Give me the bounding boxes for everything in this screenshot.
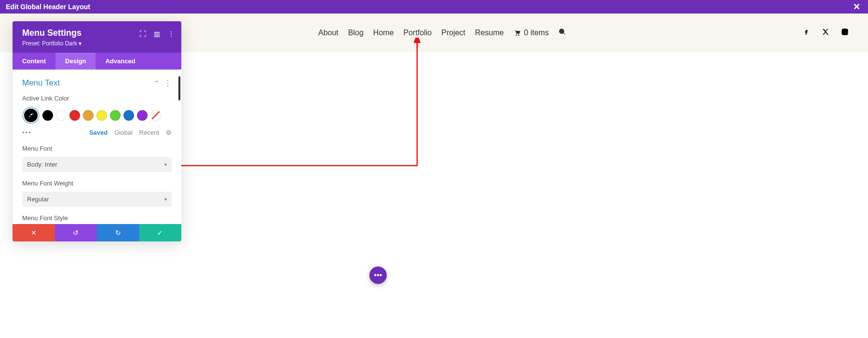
select-caret-icon: ▾: [164, 162, 167, 167]
svg-line-1: [563, 33, 565, 34]
swatch-black[interactable]: [42, 110, 53, 121]
scrollbar[interactable]: [178, 76, 180, 100]
nav-menu: About Blog Home Portfolio Project Resume…: [318, 28, 566, 38]
grid-icon[interactable]: ▥: [154, 30, 160, 38]
menu-font-value: Body: Inter: [27, 161, 164, 168]
palette-recent[interactable]: Recent: [139, 129, 159, 136]
social-icons: [802, 28, 849, 38]
swatch-none[interactable]: [150, 110, 161, 121]
eyedropper-icon: [27, 112, 34, 119]
menu-font-select[interactable]: Body: Inter ▾: [22, 157, 172, 172]
palette-tabs: ••• Saved Global Recent ⚙: [22, 129, 172, 136]
redo-button[interactable]: ↻: [97, 224, 139, 241]
svg-point-4: [846, 30, 847, 30]
color-swatches: [22, 107, 172, 124]
svg-point-3: [843, 30, 846, 33]
svg-point-0: [559, 29, 564, 33]
topbar-title: Edit Global Header Layout: [6, 3, 851, 11]
palette-saved[interactable]: Saved: [89, 129, 108, 136]
palette-global[interactable]: Global: [114, 129, 133, 136]
nav-item-resume[interactable]: Resume: [475, 28, 504, 37]
cart-label: 0 items: [524, 28, 549, 37]
chevron-up-icon[interactable]: ⌃: [154, 80, 159, 86]
swatch-green[interactable]: [110, 110, 121, 121]
instagram-icon[interactable]: [841, 28, 849, 38]
annotation-arrow: [164, 38, 424, 173]
undo-button[interactable]: ↺: [55, 224, 97, 241]
edit-header-topbar: Edit Global Header Layout ✕: [0, 0, 868, 14]
more-icon[interactable]: ⋮: [168, 30, 175, 38]
tab-design[interactable]: Design: [55, 53, 95, 70]
menu-font-weight-label: Menu Font Weight: [22, 180, 172, 187]
section-menu-text[interactable]: Menu Text: [22, 78, 154, 88]
section-more-icon[interactable]: ⋮: [164, 79, 172, 88]
select-caret-icon: ▾: [164, 197, 167, 202]
close-icon[interactable]: ✕: [851, 1, 862, 12]
swatch-white[interactable]: [56, 110, 67, 121]
nav-item-about[interactable]: About: [318, 28, 339, 37]
menu-font-label: Menu Font: [22, 145, 172, 152]
menu-settings-panel: Menu Settings Preset: Portfolio Dark ▾ ⛶…: [13, 21, 181, 241]
swatch-orange[interactable]: [83, 110, 94, 121]
nav-item-home[interactable]: Home: [373, 28, 394, 37]
panel-preset[interactable]: Preset: Portfolio Dark ▾: [22, 40, 172, 47]
swatch-blue[interactable]: [123, 110, 134, 121]
gear-icon[interactable]: ⚙: [166, 129, 172, 136]
x-icon[interactable]: [822, 28, 829, 38]
color-picker-button[interactable]: [22, 107, 40, 124]
menu-font-weight-value: Regular: [27, 196, 164, 203]
panel-body: Menu Text ⌃ ⋮ Active Link Color ••• Save…: [13, 70, 181, 224]
nav-item-portfolio[interactable]: Portfolio: [404, 28, 432, 37]
panel-tabs: Content Design Advanced: [13, 53, 181, 70]
fab-more-button[interactable]: •••: [369, 267, 387, 284]
cart-icon: [514, 29, 521, 37]
tab-content[interactable]: Content: [13, 53, 55, 70]
save-button[interactable]: ✓: [139, 224, 182, 241]
active-link-color-label: Active Link Color: [22, 95, 172, 102]
menu-font-style-label: Menu Font Style: [22, 214, 172, 222]
search-icon[interactable]: [558, 28, 566, 38]
nav-item-blog[interactable]: Blog: [348, 28, 364, 37]
panel-footer: ✕ ↺ ↻ ✓: [13, 224, 181, 241]
menu-font-weight-select[interactable]: Regular ▾: [22, 192, 172, 207]
swatch-red[interactable]: [69, 110, 80, 121]
expand-icon[interactable]: ⛶: [139, 30, 146, 38]
cancel-button[interactable]: ✕: [13, 224, 55, 241]
palette-more-icon[interactable]: •••: [22, 129, 32, 136]
cart-link[interactable]: 0 items: [514, 28, 549, 37]
facebook-icon[interactable]: [802, 28, 810, 38]
swatch-yellow[interactable]: [96, 110, 107, 121]
nav-item-project[interactable]: Project: [441, 28, 465, 37]
swatch-purple[interactable]: [137, 110, 148, 121]
tab-advanced[interactable]: Advanced: [95, 53, 145, 70]
panel-header: Menu Settings Preset: Portfolio Dark ▾ ⛶…: [13, 21, 181, 53]
